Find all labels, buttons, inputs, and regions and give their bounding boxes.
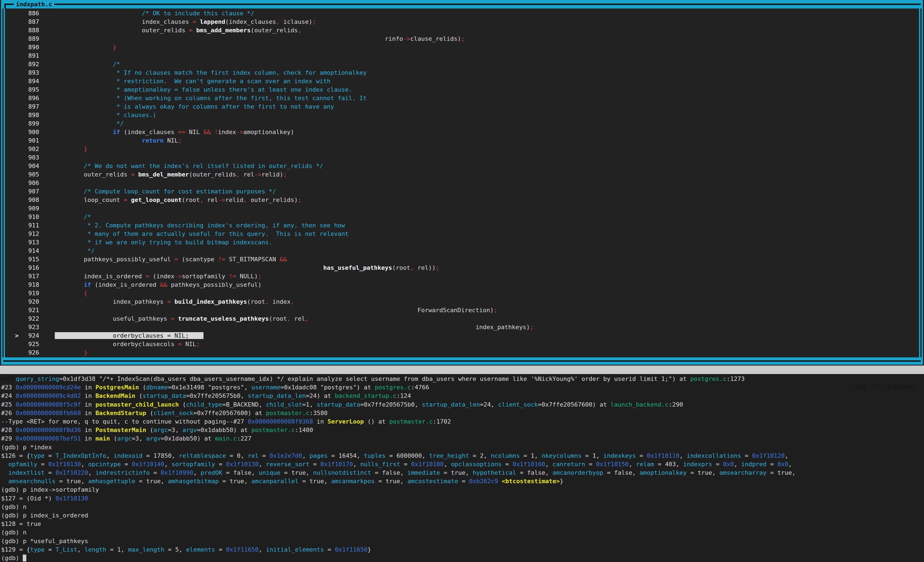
console-line: #29 0x00000000007bef51 in main (argc=3, … bbox=[1, 434, 924, 443]
marker-column bbox=[5, 170, 19, 179]
source-line: 894 * restriction. We can't generate a s… bbox=[5, 77, 919, 85]
marker-column bbox=[5, 111, 19, 119]
marker-column bbox=[5, 102, 19, 111]
line-number: 913 bbox=[19, 238, 39, 247]
source-line: 907 /* Compute loop_count for cost estim… bbox=[5, 187, 919, 196]
source-code-text: * amoptionalkey = false unless there's a… bbox=[39, 85, 352, 94]
border-line bbox=[3, 9, 3, 357]
marker-column bbox=[5, 153, 19, 162]
source-code-text: index_pathkeys = build_index_pathkeys(ro… bbox=[39, 297, 294, 306]
marker-column bbox=[5, 51, 19, 60]
line-number: 893 bbox=[19, 69, 39, 77]
line-number: 903 bbox=[19, 153, 39, 162]
border-corner bbox=[4, 3, 6, 9]
line-number: 915 bbox=[19, 255, 39, 263]
line-number: 907 bbox=[19, 187, 39, 196]
source-code-text: * 2. Compute pathkeys describing index's… bbox=[39, 221, 345, 230]
source-code-text: /* Compute loop_count for cost estimatio… bbox=[39, 187, 276, 196]
line-number: 905 bbox=[19, 170, 39, 179]
source-line: 915 pathkeys_possibly_useful = (scantype… bbox=[5, 255, 919, 263]
source-line: 911 * 2. Compute pathkeys describing ind… bbox=[5, 221, 919, 230]
console-line: (gdb) bbox=[1, 554, 924, 562]
source-code-view[interactable]: 886 /* OK to include this clause */887 i… bbox=[5, 9, 919, 357]
line-number: 909 bbox=[19, 204, 39, 212]
source-code-text: rinfo->clause_relids); bbox=[39, 34, 465, 43]
marker-column bbox=[5, 281, 19, 289]
marker-column bbox=[5, 212, 19, 221]
gdb-tui-terminal: indxpath.c 886 /* OK to include this cla… bbox=[0, 0, 924, 562]
source-code-text: /* bbox=[39, 212, 91, 221]
source-window-border-top: indxpath.c bbox=[1, 0, 923, 9]
marker-column bbox=[5, 340, 19, 348]
line-number: 911 bbox=[19, 221, 39, 230]
marker-column bbox=[5, 162, 19, 170]
source-line: 925 orderbyclausecols = NIL; bbox=[5, 340, 919, 348]
source-code-text: index_clauses = lappend(index_clauses, i… bbox=[39, 18, 316, 26]
line-number: 886 bbox=[19, 9, 39, 18]
marker-column bbox=[5, 18, 19, 26]
console-line: --Type <RET> for more, q to quit, c to c… bbox=[1, 417, 924, 426]
console-line: amsearchnulls = true, amhasgettuple = tr… bbox=[1, 477, 924, 486]
source-line: 908 loop_count = get_loop_count(root, re… bbox=[5, 196, 919, 204]
gdb-console[interactable]: query_string=0x1df3d38 "/*+ IndexScan(db… bbox=[1, 375, 924, 562]
line-number: 925 bbox=[19, 340, 39, 348]
source-code-text: { bbox=[39, 289, 87, 297]
marker-column bbox=[5, 306, 19, 314]
line-number: 922 bbox=[19, 314, 39, 323]
source-line: 909 bbox=[5, 204, 919, 212]
console-line: $127 = (Oid *) 0x1f10130 bbox=[1, 494, 924, 503]
marker-column bbox=[5, 289, 19, 297]
source-code-text bbox=[39, 51, 55, 60]
source-code-text: ForwardScanDirection); bbox=[39, 306, 497, 314]
source-code-text: * if we are only trying to build bitmap … bbox=[39, 238, 273, 247]
line-number: 899 bbox=[19, 119, 39, 128]
marker-column bbox=[5, 9, 19, 18]
source-code-text: } bbox=[39, 43, 116, 51]
status-bar: multi-thre Thread 0x7f4e19a137 In: build… bbox=[0, 366, 924, 374]
source-line: 912 * many of them are actually useful f… bbox=[5, 230, 919, 238]
console-line: $129 = {type = T_List, length = 1, max_l… bbox=[1, 545, 924, 554]
source-line: 918 if (index_is_ordered && pathkeys_pos… bbox=[5, 281, 919, 289]
border-line bbox=[921, 9, 921, 357]
source-window-border-right bbox=[919, 9, 923, 357]
current-line-highlight: orderbyclauses = NIL; bbox=[39, 331, 204, 340]
line-number: 923 bbox=[19, 323, 39, 331]
source-line: 910 /* bbox=[5, 212, 919, 221]
marker-column bbox=[5, 348, 19, 357]
line-number: 901 bbox=[19, 136, 39, 145]
line-number: 916 bbox=[19, 263, 39, 272]
source-code-text bbox=[39, 179, 55, 187]
source-code-text: outer_relids = bms_del_member(outer_reli… bbox=[39, 170, 287, 179]
source-window-border-bottom bbox=[1, 357, 923, 365]
source-code-text: * clauses.) bbox=[39, 111, 156, 119]
console-line: $126 = {type = T_IndexOptInfo, indexoid … bbox=[1, 451, 924, 460]
line-number: 887 bbox=[19, 18, 39, 26]
marker-column bbox=[5, 314, 19, 323]
source-line: 892 /* bbox=[5, 60, 919, 69]
source-code-text: /* We do not want the index's rel itself… bbox=[39, 162, 323, 170]
source-line: 890 } bbox=[5, 43, 919, 51]
marker-column bbox=[5, 128, 19, 136]
source-code-text: } bbox=[39, 348, 87, 357]
marker-column bbox=[5, 69, 19, 77]
terminal-cursor[interactable] bbox=[23, 555, 26, 562]
source-line: 913 * if we are only trying to build bit… bbox=[5, 238, 919, 247]
line-number: 895 bbox=[19, 85, 39, 94]
line-number: 920 bbox=[19, 297, 39, 306]
marker-column bbox=[5, 230, 19, 238]
source-code-text: /* OK to include this clause */ bbox=[39, 9, 254, 18]
marker-column bbox=[5, 145, 19, 153]
line-number: 888 bbox=[19, 26, 39, 34]
source-line: 916 has_useful_pathkeys(root, rel)); bbox=[5, 263, 919, 272]
line-number: 914 bbox=[19, 247, 39, 255]
marker-column bbox=[5, 136, 19, 145]
border-line bbox=[3, 360, 921, 362]
marker-column bbox=[5, 85, 19, 94]
line-number: 889 bbox=[19, 34, 39, 43]
source-window-border-left bbox=[1, 9, 5, 357]
source-code-text: has_useful_pathkeys(root, rel)); bbox=[39, 263, 439, 272]
marker-column bbox=[5, 187, 19, 196]
source-code-text bbox=[39, 153, 55, 162]
marker-column bbox=[5, 94, 19, 102]
console-line: #26 0x00000000008fb668 in BackendStartup… bbox=[1, 409, 924, 417]
